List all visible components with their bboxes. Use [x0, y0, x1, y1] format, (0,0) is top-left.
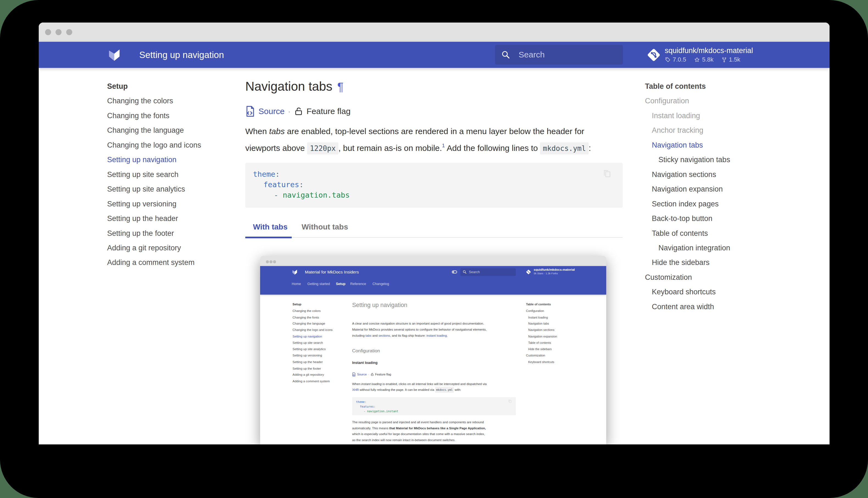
sidebar-item-setting-up-site-analytics[interactable]: Setting up site analytics	[107, 183, 185, 195]
lock-open-icon	[370, 373, 374, 376]
embed-app-header: Material for MkDocs Insiders Search squi…	[260, 266, 606, 294]
sidebar-item-changing-the-language[interactable]: Changing the language	[107, 124, 184, 136]
embed-source-link: Source	[357, 373, 367, 376]
repo-version: 7.0.5	[673, 56, 686, 63]
embed-link-instant-loading: instant loading	[426, 334, 447, 337]
toc-item-configuration[interactable]: Configuration	[645, 95, 689, 107]
toc-item-navigation-tabs[interactable]: Navigation tabs	[652, 139, 703, 151]
embed-toc-item: Navigation tabs	[528, 321, 549, 326]
embed-sidebar-item: Changing the colors	[293, 309, 321, 313]
embed-repo-name: squidfunk/mkdocs-material	[534, 268, 575, 272]
toc-item-keyboard-shortcuts[interactable]: Keyboard shortcuts	[652, 286, 716, 298]
sidebar-item-setting-up-versioning[interactable]: Setting up versioning	[107, 198, 176, 210]
toc-item-customization[interactable]: Customization	[645, 271, 692, 283]
embed-nav-setup: Setup	[336, 280, 345, 288]
embed-link-tabs: tabs	[366, 334, 372, 337]
sidebar-item-changing-the-logo-and-icons[interactable]: Changing the logo and icons	[107, 139, 201, 151]
embed-feature-flag-label: Feature flag	[375, 373, 391, 376]
sidebar-item-changing-the-fonts[interactable]: Changing the fonts	[107, 110, 169, 122]
toc-item-navigation-integration[interactable]: Navigation integration	[659, 242, 730, 254]
embed-nav-getting-started: Getting started	[307, 280, 330, 288]
embed-toc-item: Configuration	[526, 309, 544, 313]
embed-search-input: Search	[460, 268, 516, 276]
window-titlebar	[39, 23, 829, 42]
search-placeholder: Search	[519, 45, 545, 65]
window-minimize-button[interactable]	[55, 29, 62, 35]
embed-window-dot	[273, 260, 276, 263]
tabs-divider	[245, 237, 623, 238]
embed-sidebar-item: Setting up the footer	[293, 366, 321, 371]
code-line: theme:	[245, 169, 623, 180]
star-icon	[694, 57, 700, 63]
sidebar-item-setting-up-site-search[interactable]: Setting up site search	[107, 169, 178, 181]
tab-without-tabs[interactable]: Without tabs	[302, 221, 348, 233]
toc-item-section-index-pages[interactable]: Section index pages	[652, 198, 719, 210]
embed-sidebar-item: Adding a comment system	[293, 379, 330, 384]
embed-paragraph: A clear and concise navigation structure…	[352, 320, 517, 339]
copy-button	[508, 399, 512, 404]
repo-link[interactable]: squidfunk/mkdocs-material 7.0.5 5.8k	[646, 45, 799, 65]
git-repo-icon	[526, 269, 531, 275]
toc-item-navigation-expansion[interactable]: Navigation expansion	[652, 183, 723, 195]
embed-sidebar-item: Setting up site search	[293, 340, 323, 345]
toc-item-hide-the-sidebars[interactable]: Hide the sidebars	[652, 257, 709, 268]
embed-nav-reference: Reference	[350, 280, 366, 288]
embed-link-xhr: XHR	[352, 388, 359, 391]
embed-search-placeholder: Search	[469, 268, 480, 276]
mkdocs-logo-icon	[108, 49, 121, 62]
browser-window: Setting up navigation Search squidfunk/m…	[39, 23, 829, 444]
embed-window-dot	[270, 260, 272, 263]
embed-toc-item: Customization	[526, 353, 545, 358]
embed-code-block: theme: features: -navigation.instant	[352, 397, 516, 415]
repo-name: squidfunk/mkdocs-material	[665, 46, 753, 55]
embed-nav-home: Home	[292, 280, 301, 288]
toc-item-anchor-tracking[interactable]: Anchor tracking	[652, 124, 704, 136]
copy-button[interactable]	[602, 169, 612, 179]
sidebar-item-adding-a-comment-system[interactable]: Adding a comment system	[107, 257, 194, 268]
embed-article-meta: Source · Feature flag	[352, 371, 391, 377]
code-chip: mkdocs.yml	[435, 387, 454, 393]
window-close-button[interactable]	[45, 29, 51, 35]
sidebar-item-setting-up-the-header[interactable]: Setting up the header	[107, 212, 178, 224]
heading-anchor-link[interactable]: ¶	[337, 80, 344, 93]
embed-article-heading: Setting up navigation	[352, 302, 407, 309]
paragraph-line: viewports above 1220px, but remain as-is…	[245, 139, 630, 156]
sidebar-item-setting-up-the-footer[interactable]: Setting up the footer	[107, 227, 174, 239]
search-input[interactable]: Search	[495, 45, 623, 65]
window-zoom-button[interactable]	[66, 29, 72, 35]
embed-heading-configuration: Configuration	[352, 348, 380, 354]
toc-item-table-of-contents[interactable]: Table of contents	[652, 227, 708, 239]
sidebar-item-adding-a-git-repository[interactable]: Adding a git repository	[107, 242, 181, 254]
sidebar-item-setting-up-navigation[interactable]: Setting up navigation	[107, 154, 176, 166]
toggle-icon	[452, 271, 457, 274]
paragraph-line: When tabs are enabled, top-level section…	[245, 124, 630, 139]
embed-window-dot	[266, 260, 269, 263]
source-link[interactable]: Source	[258, 107, 285, 116]
embed-paragraph: The resulting page is parsed and injecte…	[352, 419, 517, 443]
embed-mkdocs-logo-icon	[292, 269, 298, 275]
embed-toc-item: Table of contents	[528, 340, 551, 345]
toc-item-navigation-sections[interactable]: Navigation sections	[652, 169, 716, 181]
embed-sidebar-item: Changing the language	[293, 321, 325, 326]
code-chip: 1220px	[307, 142, 338, 155]
repo-facts: 7.0.5 5.8k 1.5k	[665, 56, 740, 63]
source-icon	[352, 372, 356, 377]
sidebar-item-changing-the-colors[interactable]: Changing the colors	[107, 95, 173, 107]
article-paragraph: When tabs are enabled, top-level section…	[245, 124, 630, 156]
embed-sidebar-item-active: Setting up navigation	[293, 334, 322, 339]
code-chip: mkdocs.yml	[540, 142, 589, 155]
toc-item-sticky-navigation-tabs[interactable]: Sticky navigation tabs	[659, 154, 730, 166]
toc-item-instant-loading[interactable]: Instant loading	[652, 110, 700, 122]
git-repo-icon	[646, 46, 662, 64]
source-icon	[245, 106, 255, 117]
search-icon	[501, 50, 510, 60]
footnote-link[interactable]: 1	[442, 143, 445, 148]
app-header: Setting up navigation Search squidfunk/m…	[39, 42, 829, 68]
embedded-screenshot: Material for MkDocs Insiders Search squi…	[260, 256, 606, 444]
tab-with-tabs[interactable]: With tabs	[253, 221, 288, 233]
repo-stars: 5.8k	[702, 56, 714, 63]
toc-item-back-to-top-button[interactable]: Back-to-top button	[652, 212, 713, 224]
toc-item-content-area-width[interactable]: Content area width	[652, 301, 714, 313]
active-tab-indicator	[245, 237, 292, 238]
tag-icon	[665, 57, 671, 63]
